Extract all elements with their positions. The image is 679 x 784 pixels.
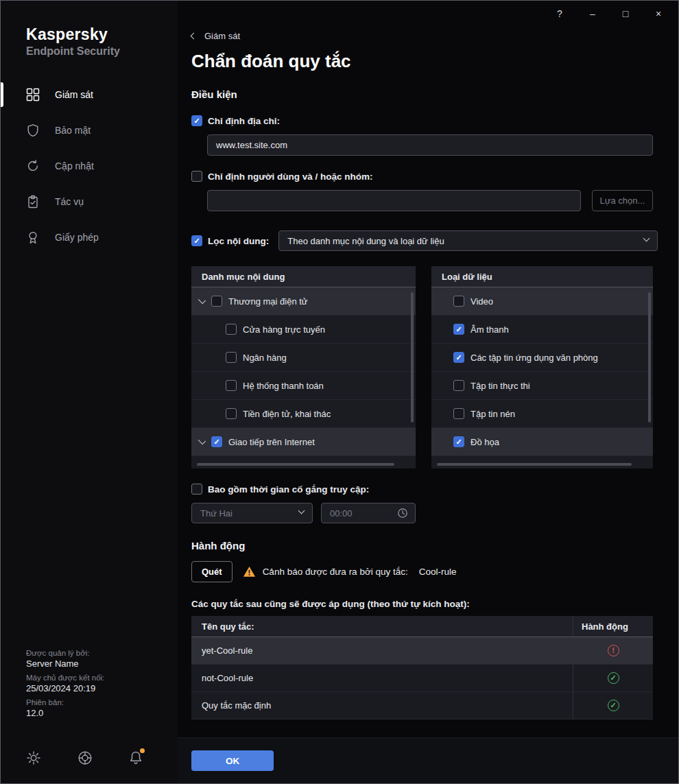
- settings-gear-icon[interactable]: [26, 750, 41, 765]
- list-item[interactable]: ✓ Các tập tin ứng dụng văn phòng: [431, 344, 653, 372]
- chevron-down-icon[interactable]: [198, 296, 206, 303]
- users-input-row: Lựa chọn...: [207, 190, 678, 211]
- row-checkbox[interactable]: [211, 296, 222, 307]
- address-checkbox-row: ✓ Chỉ định địa chỉ:: [191, 115, 678, 126]
- list-item[interactable]: Hệ thống thanh toán: [191, 372, 416, 400]
- support-icon[interactable]: [78, 750, 93, 765]
- row-checkbox[interactable]: [453, 380, 464, 391]
- sidebar-item-security[interactable]: Bảo mật: [1, 112, 178, 148]
- vertical-scrollbar[interactable]: [411, 292, 414, 423]
- row-checkbox[interactable]: ✓: [211, 436, 222, 447]
- row-checkbox[interactable]: [226, 324, 237, 335]
- row-label: Ngân hàng: [243, 353, 287, 363]
- time-checkbox-row: Bao gồm thời gian cố gắng truy cập:: [191, 484, 678, 495]
- row-checkbox[interactable]: ✓: [453, 436, 464, 447]
- minimize-button[interactable]: –: [586, 8, 599, 19]
- row-label: Cửa hàng trực tuyến: [243, 324, 325, 335]
- check-icon: ✓: [213, 438, 219, 446]
- filter-panels: Danh mục nội dung Thương mại điện tử Cửa…: [191, 266, 678, 468]
- rule-name: not-Cool-rule: [191, 665, 573, 691]
- row-checkbox[interactable]: ✓: [453, 352, 464, 363]
- row-checkbox[interactable]: [453, 408, 464, 419]
- list-item[interactable]: ✓ Âm thanh: [431, 316, 653, 344]
- managed-by-label: Được quản lý bởi:: [26, 649, 104, 657]
- sidebar-item-tasks[interactable]: Tác vụ: [1, 184, 178, 219]
- content-filter-checkbox[interactable]: ✓: [191, 235, 202, 246]
- time-input[interactable]: 00:00: [321, 503, 416, 523]
- sidebar-item-monitoring[interactable]: Giám sát: [1, 77, 178, 112]
- rule-name: yet-Cool-rule: [191, 637, 573, 664]
- maximize-button[interactable]: □: [619, 8, 632, 19]
- warning-text: Cảnh báo được đưa ra bởi quy tắc:: [263, 567, 408, 577]
- list-item[interactable]: Tập tin nén: [431, 400, 653, 428]
- close-button[interactable]: ×: [652, 8, 665, 19]
- list-item[interactable]: ✓ Giao tiếp trên Internet: [191, 428, 416, 456]
- brand-subtitle: Endpoint Security: [26, 45, 178, 58]
- row-label: Tập tin nén: [470, 409, 515, 419]
- connected-server-label: Máy chủ được kết nối:: [26, 674, 104, 682]
- row-label: Đồ họa: [470, 437, 499, 447]
- table-row[interactable]: not-Cool-rule ✓: [191, 665, 653, 692]
- list-item[interactable]: Thương mại điện tử: [191, 287, 416, 316]
- section-action: Hành động: [191, 540, 678, 551]
- sidebar-item-label: Bảo mật: [55, 125, 91, 136]
- content-categories-panel: Danh mục nội dung Thương mại điện tử Cửa…: [191, 266, 416, 468]
- ok-button[interactable]: OK: [191, 750, 274, 771]
- scan-button[interactable]: Quét: [191, 561, 233, 582]
- day-select[interactable]: Thứ Hai: [191, 503, 313, 523]
- action-row: Quét Cảnh báo được đưa ra bởi quy tắc: C…: [191, 561, 678, 582]
- security-icon: [26, 123, 40, 137]
- back-label: Giám sát: [204, 31, 240, 41]
- sidebar-footer: Được quản lý bởi: Server Name Máy chủ đư…: [26, 644, 104, 718]
- content-filter-label: Lọc nội dung:: [208, 236, 269, 246]
- help-button[interactable]: ?: [553, 8, 566, 19]
- list-item[interactable]: Ngân hàng: [191, 344, 416, 372]
- list-item[interactable]: Cửa hàng trực tuyến: [191, 316, 416, 344]
- horizontal-scrollbar[interactable]: [197, 463, 394, 466]
- license-icon: [26, 230, 40, 244]
- row-checkbox[interactable]: [226, 380, 237, 391]
- address-input[interactable]: [207, 134, 653, 156]
- row-label: Tiền điện tử, khai thác: [243, 409, 331, 419]
- connected-server-value: 25/03/2024 20:19: [26, 683, 104, 693]
- row-label: Âm thanh: [470, 324, 509, 335]
- window-controls: ? – □ ×: [553, 8, 665, 19]
- page-title: Chẩn đoán quy tắc: [191, 51, 678, 72]
- sidebar-item-license[interactable]: Giấy phép: [1, 219, 178, 255]
- row-label: Video: [470, 296, 493, 307]
- check-icon: ✓: [193, 117, 200, 125]
- list-item[interactable]: Video: [431, 287, 653, 316]
- content-filter-row: ✓ Lọc nội dung: Theo danh mục nội dung v…: [191, 230, 678, 251]
- monitoring-icon: [26, 88, 40, 102]
- list-item[interactable]: Tập tin thực thi: [431, 372, 653, 400]
- time-checkbox[interactable]: [191, 484, 202, 495]
- column-header-name: Tên quy tắc:: [191, 616, 573, 637]
- row-checkbox[interactable]: ✓: [453, 324, 464, 335]
- content-filter-select[interactable]: Theo danh mục nội dung và loại dữ liệu: [278, 230, 658, 251]
- chevron-down-icon[interactable]: [198, 436, 206, 444]
- rules-table: Tên quy tắc: Hành động yet-Cool-rule ! n…: [191, 616, 653, 720]
- check-icon: ✓: [455, 354, 462, 361]
- select-users-button[interactable]: Lựa chọn...: [592, 190, 653, 211]
- vertical-scrollbar[interactable]: [648, 292, 651, 423]
- sidebar-item-update[interactable]: Cập nhật: [1, 148, 178, 184]
- time-value: 00:00: [330, 508, 353, 519]
- back-link[interactable]: Giám sát: [191, 31, 240, 41]
- list-item[interactable]: Tiền điện tử, khai thác: [191, 400, 416, 428]
- address-checkbox[interactable]: ✓: [191, 115, 202, 126]
- categories-panel-header: Danh mục nội dung: [191, 266, 416, 287]
- row-checkbox[interactable]: [453, 296, 464, 307]
- version-label: Phiên bản:: [26, 698, 104, 706]
- address-label: Chỉ định địa chỉ:: [208, 116, 280, 126]
- horizontal-scrollbar[interactable]: [437, 463, 632, 466]
- users-checkbox[interactable]: [191, 171, 202, 182]
- table-row[interactable]: yet-Cool-rule !: [191, 637, 653, 665]
- users-input[interactable]: [207, 190, 581, 211]
- list-item[interactable]: ✓ Đồ họa: [431, 428, 653, 456]
- table-header-row: Tên quy tắc: Hành động: [191, 616, 653, 637]
- notifications-bell-icon[interactable]: [128, 750, 143, 765]
- app-window: ? – □ × Kaspersky Endpoint Security Giám…: [0, 0, 679, 784]
- row-checkbox[interactable]: [226, 352, 237, 363]
- row-checkbox[interactable]: [226, 408, 237, 419]
- table-row[interactable]: Quy tắc mặc định ✓: [191, 692, 653, 720]
